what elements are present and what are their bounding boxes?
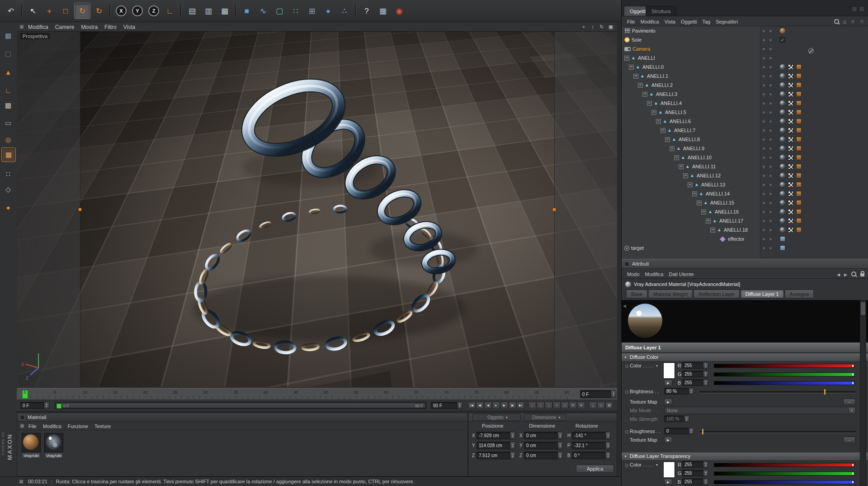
layer-dot-icon[interactable] <box>763 202 765 204</box>
dark-ball-icon[interactable] <box>780 218 785 224</box>
dark-ball-icon[interactable] <box>780 173 785 178</box>
layer-dot-icon[interactable] <box>769 30 772 32</box>
blue-tag-icon[interactable] <box>780 245 785 251</box>
online-globe-button[interactable]: ◉ <box>392 3 407 19</box>
object-dropdown[interactable]: Oggetto <box>472 414 521 421</box>
keyframe-selection-icon[interactable]: ◇ <box>597 402 605 409</box>
apply-button[interactable]: Applica <box>576 465 614 473</box>
perspective-viewport[interactable]: Prospettiva X Z <box>17 32 617 387</box>
layer-dot-icon[interactable] <box>763 111 765 114</box>
dark-ball-icon[interactable] <box>780 110 785 115</box>
expander-icon[interactable]: − <box>674 155 679 160</box>
goto-start-button[interactable]: |◀ <box>468 402 476 409</box>
dark-ball-icon[interactable] <box>780 164 785 169</box>
camera-frame-handle-right[interactable] <box>553 208 556 211</box>
menu-texture[interactable]: Texture <box>94 424 111 429</box>
diffuse-channel-slider-r[interactable] <box>714 364 855 368</box>
roughness-slider-marker[interactable] <box>702 429 703 434</box>
layer-dot-icon[interactable] <box>769 220 772 222</box>
tree-item-anelli-12[interactable]: −▲ANELLI.12 <box>622 171 868 180</box>
next-frame-button[interactable]: ▶ <box>500 402 508 409</box>
brightness-field[interactable]: 80 % <box>664 388 694 395</box>
tree-item-pavimento[interactable]: Pavimento <box>622 26 868 35</box>
dark-ball-icon[interactable] <box>780 227 785 233</box>
expander-icon[interactable]: − <box>642 92 647 97</box>
dimension-field-x[interactable]: 0 cm <box>524 432 563 439</box>
mix-strength-field[interactable]: 100 % <box>664 415 689 422</box>
play-button[interactable]: ▶ <box>492 402 500 409</box>
menu-modifica[interactable]: Modifica <box>641 19 659 24</box>
checker-tag-icon[interactable] <box>788 119 793 124</box>
tan-tag-icon[interactable] <box>796 119 802 124</box>
point-mode-tool[interactable]: ∷ <box>1 167 15 181</box>
tan-tag-icon[interactable] <box>796 155 802 160</box>
panel-checkbox[interactable] <box>20 415 25 420</box>
record-parameter-toggle[interactable]: ∗ <box>577 402 585 409</box>
camera-frame-handle-left[interactable] <box>79 208 81 211</box>
tree-item-anelli[interactable]: −▲ANELLI <box>622 53 868 62</box>
layer-dot-icon[interactable] <box>763 102 765 105</box>
transparency-color-texture-button[interactable]: ▶ <box>664 479 672 485</box>
expander-icon[interactable]: − <box>692 191 697 196</box>
texture-map-2-expand-button[interactable]: ▶ <box>664 437 672 443</box>
toggle-view-icon[interactable]: ▣ <box>607 23 614 30</box>
tan-tag-icon[interactable] <box>796 200 802 205</box>
checker-tag-icon[interactable] <box>788 100 793 106</box>
layer-dot-icon[interactable] <box>763 84 765 86</box>
tree-item-anelli-0[interactable]: −▲ANELLI.0 <box>622 62 868 71</box>
tree-item-sole[interactable]: Sole✓ <box>622 35 868 44</box>
tree-item-anelli-5[interactable]: −▲ANELLI.5 <box>622 108 868 117</box>
autokeying-button[interactable]: ● <box>537 402 544 409</box>
model-mode-tool[interactable]: ∟ <box>1 83 15 97</box>
tan-tag-icon[interactable] <box>796 128 802 133</box>
history-forward-icon[interactable] <box>844 270 847 278</box>
transparency-channel-slider-g[interactable] <box>714 472 855 476</box>
expander-icon[interactable]: − <box>697 200 702 205</box>
range-end-field[interactable]: 90 F <box>431 402 462 409</box>
green-check-icon[interactable]: ✓ <box>780 37 785 43</box>
checker-tag-icon[interactable] <box>788 91 793 97</box>
stepper-icon[interactable] <box>510 442 515 449</box>
position-field-y[interactable]: 114.028 cm <box>476 442 515 449</box>
layer-dot-icon[interactable] <box>763 39 765 41</box>
tree-item-camera[interactable]: Camera <box>622 44 868 53</box>
checker-tag-icon[interactable] <box>788 209 793 214</box>
checker-tag-icon[interactable] <box>788 64 793 70</box>
layer-dot-icon[interactable] <box>769 247 772 249</box>
dark-ball-icon[interactable] <box>780 200 785 205</box>
stepper-icon[interactable] <box>557 452 562 459</box>
layer-dot-icon[interactable] <box>769 184 772 186</box>
panel-menu-icon[interactable] <box>852 6 857 12</box>
timeline-options-icon[interactable]: ▤ <box>605 402 613 409</box>
tan-tag-icon[interactable] <box>796 182 802 187</box>
layer-dot-icon[interactable] <box>769 48 772 50</box>
render-picture-viewer-button[interactable]: ▥ <box>201 3 216 19</box>
scale-tool[interactable]: □ <box>58 3 73 19</box>
stepper-icon[interactable] <box>703 362 708 368</box>
layer-dot-icon[interactable] <box>769 84 772 86</box>
dark-ball-icon[interactable] <box>780 146 785 151</box>
scrollbar-thumb[interactable] <box>861 302 865 315</box>
stepper-icon[interactable] <box>689 388 693 394</box>
add-particles-button[interactable]: ∴ <box>337 3 352 19</box>
tree-item-anelli-18[interactable]: −▲ANELLI.18 <box>622 225 868 234</box>
make-editable-tool[interactable]: ▲ <box>1 65 15 79</box>
help-tool-button[interactable]: ? <box>359 3 374 19</box>
tree-item-anelli-17[interactable]: −▲ANELLI.17 <box>622 216 868 225</box>
dark-ball-icon[interactable] <box>780 119 785 124</box>
color-options-arrow-icon[interactable]: ▾ <box>656 364 658 368</box>
layer-dot-icon[interactable] <box>769 120 772 123</box>
expander-icon[interactable]: − <box>629 65 634 70</box>
checker-tag-icon[interactable] <box>788 128 793 133</box>
stepper-icon[interactable] <box>605 432 610 439</box>
checker-tag-icon[interactable] <box>788 110 793 115</box>
timeline-ruler[interactable]: 051015202530354045505560657075808590 0 F <box>17 388 617 400</box>
layer-dot-icon[interactable] <box>769 138 772 141</box>
zoom-view-icon[interactable]: ↕ <box>589 23 596 30</box>
layer-dot-icon[interactable] <box>763 30 765 32</box>
brown-ball-icon[interactable] <box>780 28 785 33</box>
search-icon[interactable] <box>851 272 856 276</box>
menu-modo[interactable]: Modo <box>627 272 640 277</box>
rotate-tool[interactable]: ↻ <box>74 3 90 19</box>
material-item-1[interactable]: VrayAdv <box>22 433 41 458</box>
